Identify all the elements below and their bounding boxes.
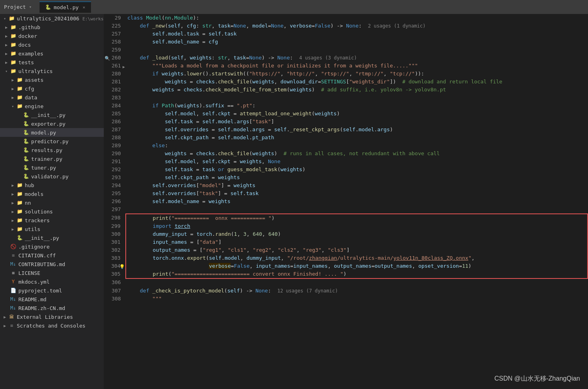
examples-arrow: ▶ xyxy=(3,50,10,57)
utils-label: utils xyxy=(25,226,104,232)
project-label[interactable]: Project xyxy=(4,4,26,10)
sidebar-item-github[interactable]: ▶ 📁 .github xyxy=(0,23,104,32)
sidebar-item-init2-py[interactable]: ▶ 🐍 __init__.py xyxy=(0,233,104,242)
tab-close-button[interactable]: × xyxy=(83,5,85,10)
sidebar-item-pyproject[interactable]: ▶ 📄 pyproject.toml xyxy=(0,286,104,295)
sidebar-item-cfg[interactable]: ▶ 📁 cfg xyxy=(0,84,104,93)
sidebar-item-predictor-py[interactable]: ▶ 🐍 predictor.py xyxy=(0,137,104,146)
assets-arrow: ▶ xyxy=(10,77,16,83)
line-number: 283 xyxy=(104,94,126,102)
mkdocs-icon: Y xyxy=(10,278,17,285)
line-number: 29 xyxy=(104,14,126,22)
sidebar-item-docs[interactable]: ▶ 📁 docs xyxy=(0,40,104,49)
ultralytics-arrow: ▾ xyxy=(3,68,10,74)
sidebar-item-docker[interactable]: ▶ 📁 docker xyxy=(0,32,104,40)
line-number: 261▶ xyxy=(104,62,126,70)
data-arrow: ▶ xyxy=(10,94,16,101)
sidebar-item-license[interactable]: ▶ ≡ LICENSE xyxy=(0,269,104,277)
line-number: 225 xyxy=(104,22,126,30)
trackers-arrow: ▶ xyxy=(10,217,16,223)
line-content: self.overrides["task"] = self.task xyxy=(126,190,588,197)
line-number: 299 xyxy=(104,222,126,230)
sidebar-item-trainer-py[interactable]: ▶ 🐍 trainer.py xyxy=(0,154,104,163)
table-row: 296 self.model_name = weights xyxy=(104,197,588,205)
sidebar-item-engine[interactable]: ▾ 📁 engine xyxy=(0,102,104,111)
sidebar-item-init-py[interactable]: ▶ 🐍 __init__.py xyxy=(0,111,104,119)
line-number: 282 xyxy=(104,86,126,94)
line-content xyxy=(126,46,588,54)
sidebar-item-solutions[interactable]: ▶ 📁 solutions xyxy=(0,207,104,216)
sidebar-item-utils[interactable]: ▶ 📁 utils xyxy=(0,225,104,233)
engine-folder-icon: 📁 xyxy=(16,103,23,110)
sidebar-item-scratches[interactable]: ▶ ≡ Scratches and Consoles xyxy=(0,321,104,330)
sidebar-item-assets[interactable]: ▶ 📁 assets xyxy=(0,75,104,84)
engine-arrow: ▾ xyxy=(10,103,16,109)
data-folder-icon: 📁 xyxy=(16,94,23,101)
sidebar-item-external-libs[interactable]: ▶ 🏛 External Libraries xyxy=(0,312,104,321)
line-content: self.task = self.model.args["task"] xyxy=(126,118,588,126)
sidebar-item-contributing[interactable]: ▶ M↓ CONTRIBUTING.md xyxy=(0,260,104,269)
sidebar-item-examples[interactable]: ▶ 📁 examples xyxy=(0,49,104,58)
contributing-md-icon: M↓ xyxy=(10,261,17,268)
line-number: 302 xyxy=(104,246,126,254)
sidebar-item-root[interactable]: ▾ 📁 ultralytics_20241006 E:\workspace\0.… xyxy=(0,14,104,23)
tab-model-py[interactable]: 🐍 model.py × xyxy=(40,2,91,13)
model-py-icon: 🐍 xyxy=(22,129,30,136)
line-number: 289 xyxy=(104,142,126,150)
sidebar-item-nn[interactable]: ▶ 📁 nn xyxy=(0,198,104,207)
root-folder-icon: 📁 xyxy=(8,15,15,22)
main-layout: ▾ 📁 ultralytics_20241006 E:\workspace\0.… xyxy=(0,14,588,389)
sidebar-item-validator-py[interactable]: ▶ 🐍 validator.py xyxy=(0,172,104,181)
sidebar-item-exporter-py[interactable]: ▶ 🐍 exporter.py xyxy=(0,119,104,128)
line-content: """Loads a model from a checkpoint file … xyxy=(126,62,588,70)
tests-arrow: ▶ xyxy=(3,59,10,65)
sidebar-item-trackers[interactable]: ▶ 📁 trackers xyxy=(0,216,104,225)
line-content: self.ckpt_path = weights xyxy=(126,174,588,182)
sidebar-item-tests[interactable]: ▶ 📁 tests xyxy=(0,58,104,67)
sidebar-item-mkdocs[interactable]: ▶ Y mkdocs.yml xyxy=(0,277,104,286)
trackers-label: trackers xyxy=(25,217,104,223)
sidebar-item-readme-zh[interactable]: ▶ M↓ README.zh-CN.md xyxy=(0,304,104,312)
sidebar-item-model-py[interactable]: ▶ 🐍 model.py xyxy=(0,128,104,137)
nn-folder-icon: 📁 xyxy=(16,199,23,206)
sidebar-item-ultralytics[interactable]: ▾ 📁 ultralytics xyxy=(0,67,104,75)
line-number: 280 xyxy=(104,70,126,78)
sidebar-item-citation[interactable]: ▶ ≡ CITATION.cff xyxy=(0,251,104,260)
line-content: self.model.task = self.task xyxy=(126,30,588,38)
line-content: input_names = ["data"] xyxy=(126,238,588,246)
results-py-icon: 🐍 xyxy=(22,146,30,154)
sidebar-item-gitignore[interactable]: ▶ 🚫 .gitignore xyxy=(0,242,104,251)
trainer-py-label: trainer.py xyxy=(31,156,104,162)
project-chevron[interactable]: ▾ xyxy=(29,4,32,10)
line-number: 304💡 xyxy=(104,262,126,270)
sidebar-item-tuner-py[interactable]: ▶ 🐍 tuner.py xyxy=(0,163,104,172)
line-content: self.ckpt_path = self.model.pt_path xyxy=(126,134,588,142)
gitignore-icon: 🚫 xyxy=(10,243,17,250)
sidebar-item-models[interactable]: ▶ 📁 models xyxy=(0,190,104,198)
line-content: def _new(self, cfg: str, task=None, mode… xyxy=(126,22,588,30)
sidebar-item-hub[interactable]: ▶ 📁 hub xyxy=(0,181,104,190)
models-arrow: ▶ xyxy=(10,191,16,197)
table-row: 301 input_names = ["data"] xyxy=(104,238,588,246)
examples-label: examples xyxy=(18,51,104,57)
line-content: self.model, self.ckpt = attempt_load_one… xyxy=(126,110,588,118)
engine-label: engine xyxy=(25,103,104,109)
solutions-arrow: ▶ xyxy=(10,208,16,215)
readme-md-icon: M↓ xyxy=(10,296,17,303)
line-content xyxy=(126,278,588,287)
solutions-label: solutions xyxy=(25,209,104,215)
table-row: 225 def _new(self, cfg: str, task=None, … xyxy=(104,22,588,30)
tests-label: tests xyxy=(18,59,104,65)
sidebar-item-results-py[interactable]: ▶ 🐍 results.py xyxy=(0,146,104,154)
title-bar-left: Project ▾ xyxy=(4,4,32,10)
line-number: 295 xyxy=(104,190,126,197)
sidebar-item-readme[interactable]: ▶ M↓ README.md xyxy=(0,295,104,304)
root-label: ultralytics_20241006 E:\workspace\0... xyxy=(17,16,104,22)
code-container[interactable]: 29 class Model(nn.Module): 225 def _new(… xyxy=(104,14,588,389)
init-py-label: __init__.py xyxy=(31,112,104,118)
line-number: 308 xyxy=(104,295,126,303)
line-content: verbose=False, input_names=input_names, … xyxy=(126,262,588,270)
line-content: self.task = task or guess_model_task(wei… xyxy=(126,166,588,174)
sidebar: ▾ 📁 ultralytics_20241006 E:\workspace\0.… xyxy=(0,14,104,389)
sidebar-item-data[interactable]: ▶ 📁 data xyxy=(0,93,104,102)
